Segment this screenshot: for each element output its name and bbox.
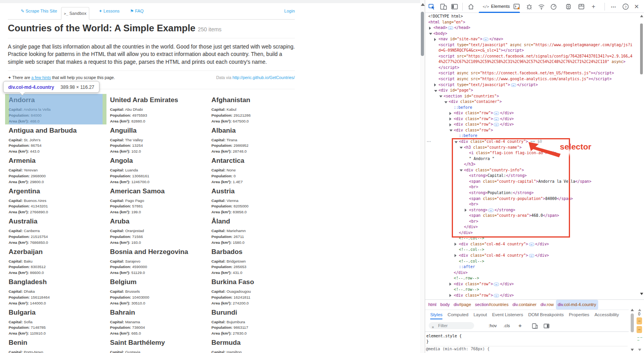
dom-tree-node[interactable]: <!--.col--> [425, 259, 639, 265]
scroll-down-arrow-icon[interactable] [631, 349, 634, 351]
dom-tree-node[interactable]: <script type="text/javascript">…</script… [425, 82, 639, 88]
breadcrumb-item[interactable]: body [438, 300, 452, 310]
dom-tree-node[interactable]: <!--.col--> [425, 247, 639, 253]
dom-tree-node[interactable]: <div class="row">…</div> [425, 110, 639, 116]
dom-tree-node[interactable]: <script async src="https://connect.faceb… [425, 70, 639, 76]
breadcrumb-item[interactable]: div#page [452, 300, 473, 310]
inspect-element-icon[interactable] [428, 3, 435, 10]
dom-tree-node[interactable]: <span class="country-capital">Andorra la… [425, 179, 639, 185]
hov-toggle[interactable]: :hov [489, 322, 497, 329]
help-icon[interactable]: ? [622, 3, 629, 10]
dom-tree-node[interactable]: <br> [425, 184, 639, 190]
ellipsis-expand-icon[interactable]: … [494, 117, 499, 121]
dom-tree-node[interactable]: </div> [425, 270, 639, 276]
dom-tree-node[interactable]: <div class="row">…</div> [425, 116, 639, 122]
expand-arrow-closed-icon[interactable] [449, 123, 451, 126]
expand-arrow-open-icon[interactable] [434, 90, 437, 92]
styles-scrollbar[interactable] [629, 307, 636, 353]
tab-elements[interactable]: </>Elements [479, 0, 514, 13]
dom-tree-node[interactable]: <!--.col--> [425, 236, 639, 241]
scroll-up-arrow-icon[interactable] [421, 3, 425, 6]
scroll-down-arrow-icon[interactable] [640, 293, 643, 295]
breadcrumb-item[interactable]: section#countries [473, 300, 511, 310]
dom-tree-node-selected[interactable]: <div class="col-md-4 country"> == $0 [425, 139, 639, 145]
ellipsis-expand-icon[interactable]: … [448, 26, 453, 30]
dom-tree-node[interactable]: <div class="col-md-4 country">…</div> [425, 241, 639, 247]
dom-tree-node[interactable]: 4%2C77%2C67%2C109%2C59%2C58%2C31%2C96%2C… [425, 59, 639, 65]
breadcrumb-item[interactable]: div.col-md-4.country [556, 300, 598, 310]
dom-tree-node[interactable]: <h3 class="country-name"> [425, 145, 639, 151]
dom-tree-node[interactable]: <div class="row">…</div> [425, 281, 639, 287]
expand-arrow-closed-icon[interactable] [455, 243, 456, 246]
dom-tree-node[interactable]: <!--.row--> [425, 276, 639, 281]
dom-tree-node[interactable]: <br> [425, 219, 639, 225]
rendering-emulation-icon[interactable] [532, 322, 538, 329]
dom-tree-node[interactable]: <div class="col-md-4 country">…</div> [425, 253, 639, 259]
panel-tab-computed[interactable]: Computed [447, 312, 468, 317]
dom-tree-node[interactable]: </script> [425, 65, 639, 71]
new-style-rule-icon[interactable]: + [518, 322, 522, 329]
dom-tree-node[interactable]: <strong>…</strong> [425, 207, 639, 213]
page-scrollbar[interactable] [420, 0, 425, 353]
dom-tree-node[interactable]: <html lang="en"> [425, 20, 639, 25]
dom-tree-node[interactable]: <script async src="https://www.google-an… [425, 76, 639, 82]
computed-side-icon[interactable] [543, 322, 550, 329]
network-icon[interactable] [538, 3, 545, 10]
panel-tab-accessibility[interactable]: Accessibility [594, 312, 619, 317]
scroll-up-arrow-icon[interactable] [640, 15, 643, 17]
nav-tab-sandbox[interactable]: >_ Sandbox [61, 7, 89, 20]
panel-tab-properties[interactable]: Properties [569, 312, 589, 317]
dom-tree-node[interactable]: <head>…</head> [425, 25, 639, 31]
console-icon[interactable] [513, 3, 520, 10]
dom-tree-node[interactable]: <div id="page"> [425, 88, 639, 94]
ellipsis-expand-icon[interactable]: … [529, 254, 534, 258]
cls-toggle[interactable]: .cls [503, 322, 510, 329]
dom-tree-node[interactable]: <script type="text/javascript" async src… [425, 42, 639, 48]
dom-tree-node[interactable]: <div class="country-info"> [425, 167, 639, 173]
expand-arrow-open-icon[interactable] [429, 33, 432, 35]
dom-tree-node[interactable]: </div> [425, 224, 639, 230]
scrollbar-thumb[interactable] [631, 313, 634, 332]
application-icon[interactable] [578, 3, 585, 10]
scrollbar-thumb[interactable] [640, 23, 643, 74]
breadcrumb-item[interactable]: div.row [538, 300, 556, 310]
dom-tree-node[interactable]: <strong>Capital:</strong> [425, 173, 639, 179]
device-toolbar-icon[interactable] [440, 3, 447, 10]
dom-tree-node[interactable]: <section id="countries"> [425, 94, 639, 99]
scroll-up-arrow-icon[interactable] [631, 309, 634, 311]
memory-icon[interactable] [565, 3, 572, 10]
ellipsis-expand-icon[interactable]: … [529, 243, 534, 246]
close-devtools-icon[interactable]: ✕ [633, 3, 640, 10]
dom-tree-node[interactable]: ::after [425, 264, 639, 270]
expand-arrow-open-icon[interactable] [444, 101, 447, 103]
dom-tree-node[interactable]: <div class="row">…</div> [425, 122, 639, 128]
dom-tree-node[interactable]: <div class="row">…</div> [425, 293, 639, 299]
expand-arrow-closed-icon[interactable] [434, 38, 436, 41]
expand-arrow-open-icon[interactable] [449, 130, 453, 131]
dom-tree-node[interactable]: <div class="row"> [425, 128, 639, 133]
expand-arrow-closed-icon[interactable] [449, 117, 451, 121]
breadcrumb-item[interactable]: div.container [511, 300, 539, 310]
filter-input[interactable]: ≡Filter [429, 322, 474, 329]
expand-arrow-closed-icon[interactable] [449, 112, 451, 115]
expand-arrow-open-icon[interactable] [460, 147, 463, 149]
expand-arrow-closed-icon[interactable] [465, 209, 467, 212]
dom-tree-node[interactable]: <span class="country-population">84000</… [425, 196, 639, 202]
panel-tab-styles[interactable]: Styles [430, 312, 442, 319]
ellipsis-expand-icon[interactable]: … [494, 294, 499, 297]
breadcrumb-item[interactable]: html [426, 300, 438, 310]
more-options-icon[interactable]: ⋯ [610, 3, 617, 10]
node-menu-dots[interactable]: ⋯ [427, 139, 431, 144]
dom-tree-node[interactable]: " Andorra " [425, 156, 639, 162]
expand-arrow-closed-icon[interactable] [449, 294, 451, 297]
dom-tree-node[interactable]: <span class="country-area">468.0</span> [425, 213, 639, 219]
dom-tree-node[interactable]: <!DOCTYPE html> [425, 14, 639, 20]
focus-mode-icon[interactable] [451, 3, 458, 10]
dom-tree-node[interactable]: ::before [425, 105, 639, 111]
expand-arrow-open-icon[interactable] [460, 169, 463, 171]
dom-tree-node[interactable]: <br> [425, 202, 639, 207]
dom-tree-node[interactable]: <!--.row--> [425, 287, 639, 293]
expand-arrow-closed-icon[interactable] [455, 254, 456, 257]
dom-tree-node[interactable]: ::before [425, 133, 639, 139]
more-tabs-icon[interactable]: + [590, 3, 597, 10]
